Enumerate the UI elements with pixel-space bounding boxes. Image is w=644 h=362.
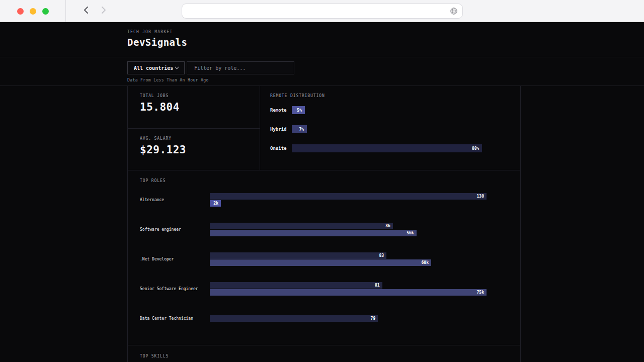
- avg-salary-bar: 75k: [210, 289, 487, 296]
- distribution-label: Hybrid: [270, 127, 292, 132]
- address-bar[interactable]: [182, 4, 463, 19]
- total-jobs-value: 15.804: [140, 101, 248, 113]
- top-skills-panel: TOP SKILLS: [127, 345, 521, 362]
- role-row: Software engineer8656k: [140, 223, 508, 236]
- distribution-row: Hybrid7%: [270, 125, 508, 133]
- top-roles-chart: Alternance1302kSoftware engineer8656k.Ne…: [140, 193, 508, 325]
- role-row: Senior Software Engineer8175k: [140, 282, 508, 296]
- avg-salary-bar: 2k: [210, 200, 221, 207]
- role-label: Data Center Technician: [140, 316, 210, 321]
- job-count-bar: 86: [210, 223, 393, 229]
- role-label: Senior Software Engineer: [140, 287, 210, 291]
- remote-distribution-panel: REMOTE DISTRIBUTION Remote5%Hybrid7%Onsi…: [260, 86, 520, 170]
- top-roles-title: TOP ROLES: [140, 178, 508, 183]
- total-jobs-card: TOTAL JOBS 15.804: [128, 86, 260, 129]
- avg-salary-bar: 60k: [210, 259, 431, 266]
- role-bars: 1302k: [210, 193, 487, 207]
- distribution-bar-track: 7%: [292, 125, 508, 133]
- role-label: .Net Developer: [140, 257, 210, 261]
- stats-column: TOTAL JOBS 15.804 AVG. SALARY $29.123: [128, 86, 260, 170]
- window-controls: [17, 8, 49, 15]
- zoom-window-button[interactable]: [42, 8, 49, 15]
- chevron-right-icon: [101, 6, 107, 16]
- distribution-bar: 88%: [292, 144, 482, 152]
- avg-salary-bar: 56k: [210, 230, 417, 236]
- site-eyebrow: TECH JOB MARKET: [127, 30, 644, 34]
- distribution-bar: 5%: [292, 106, 305, 114]
- distribution-bar-track: 5%: [292, 106, 508, 114]
- role-filter-input[interactable]: [187, 61, 294, 74]
- site-header: TECH JOB MARKET DevSignals: [0, 22, 644, 57]
- top-skills-title: TOP SKILLS: [140, 354, 508, 358]
- role-label: Software engineer: [140, 227, 210, 232]
- minimize-window-button[interactable]: [30, 8, 36, 15]
- role-label: Alternance: [140, 198, 210, 202]
- role-row: .Net Developer8360k: [140, 252, 508, 266]
- url-input[interactable]: [182, 4, 450, 18]
- distribution-row: Remote5%: [270, 106, 508, 114]
- chevron-down-icon: [175, 66, 179, 69]
- remote-distribution-title: REMOTE DISTRIBUTION: [270, 94, 508, 98]
- role-bars: 79: [210, 315, 487, 322]
- distribution-bar-track: 88%: [292, 144, 508, 152]
- role-bars: 8175k: [210, 282, 487, 296]
- page-title: DevSignals: [127, 37, 644, 48]
- close-window-button[interactable]: [17, 8, 24, 15]
- browser-chrome: [0, 0, 644, 22]
- globe-icon: [450, 7, 458, 15]
- avg-salary-label: AVG. SALARY: [140, 136, 248, 141]
- data-freshness-note: Data From Less Than An Hour Ago: [127, 78, 644, 82]
- role-row: Alternance1302k: [140, 193, 508, 207]
- job-count-bar: 79: [210, 315, 378, 322]
- job-count-bar: 81: [210, 282, 382, 289]
- chrome-divider: [65, 0, 66, 22]
- distribution-label: Remote: [270, 108, 292, 113]
- country-select-value: All countries: [134, 65, 173, 71]
- dashboard-main: TOTAL JOBS 15.804 AVG. SALARY $29.123 RE…: [127, 86, 521, 362]
- forward-button[interactable]: [97, 0, 111, 22]
- devsignals-app: TECH JOB MARKET DevSignals All countries…: [0, 22, 644, 362]
- top-roles-panel: TOP ROLES Alternance1302kSoftware engine…: [127, 170, 521, 345]
- role-bars: 8656k: [210, 223, 487, 236]
- job-count-bar: 83: [210, 252, 386, 259]
- total-jobs-label: TOTAL JOBS: [140, 94, 248, 98]
- avg-salary-card: AVG. SALARY $29.123: [128, 129, 260, 170]
- distribution-bar: 7%: [292, 125, 307, 133]
- country-select[interactable]: All countries: [127, 61, 185, 74]
- distribution-label: Onsite: [270, 146, 292, 151]
- role-bars: 8360k: [210, 252, 487, 266]
- chevron-left-icon: [83, 6, 89, 16]
- role-row: Data Center Technician79: [140, 312, 508, 325]
- back-button[interactable]: [78, 0, 93, 22]
- avg-salary-value: $29.123: [140, 144, 248, 156]
- remote-distribution-chart: Remote5%Hybrid7%Onsite88%: [270, 106, 508, 152]
- distribution-row: Onsite88%: [270, 144, 508, 152]
- job-count-bar: 130: [210, 193, 487, 200]
- filter-bar: All countries Data From Less Than An Hou…: [0, 57, 644, 86]
